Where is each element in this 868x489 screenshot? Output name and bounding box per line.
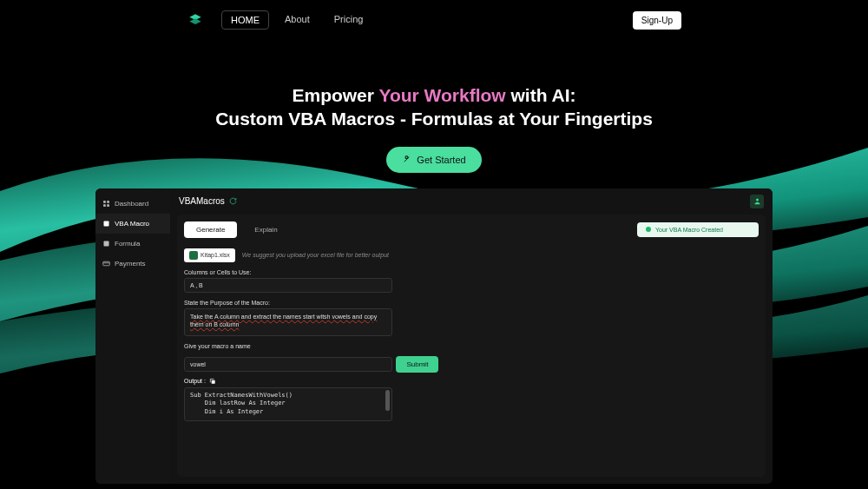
- svg-rect-0: [103, 201, 106, 203]
- nav-home[interactable]: HOME: [221, 10, 269, 30]
- svg-rect-4: [104, 221, 109, 226]
- output-code-box[interactable]: Sub ExtractNamesWithVowels() Dim lastRow…: [184, 387, 392, 421]
- svg-rect-1: [107, 201, 109, 203]
- svg-rect-5: [104, 241, 109, 246]
- user-icon: [753, 197, 761, 205]
- formula-icon: [102, 240, 110, 248]
- sidebar-item-label: Dashboard: [115, 200, 148, 208]
- get-started-button[interactable]: Get Started: [386, 147, 481, 173]
- purpose-label: State the Purpose of the Macro:: [184, 300, 759, 306]
- signup-button[interactable]: Sign-Up: [633, 11, 681, 30]
- user-avatar[interactable]: [750, 195, 764, 208]
- success-toast: Your VBA Macro Created: [637, 222, 759, 237]
- sidebar-item-label: Formula: [115, 240, 140, 248]
- tab-generate[interactable]: Generate: [184, 221, 237, 238]
- submit-button[interactable]: Submit: [396, 356, 438, 373]
- svg-rect-9: [212, 380, 215, 383]
- hero: Empower Your Workflow with AI: Custom VB…: [0, 40, 868, 173]
- sidebar-item-payments[interactable]: Payments: [95, 254, 170, 274]
- svg-rect-3: [107, 204, 109, 207]
- nav-pricing[interactable]: Pricing: [326, 10, 372, 30]
- main-content: VBAMacros Generate Explain Your VBA Macr…: [170, 188, 773, 484]
- sidebar-item-label: VBA Macro: [115, 220, 149, 228]
- columns-input[interactable]: [184, 278, 392, 293]
- sidebar-item-dashboard[interactable]: Dashboard: [95, 194, 170, 214]
- name-input[interactable]: [184, 357, 392, 372]
- tab-explain[interactable]: Explain: [242, 221, 289, 238]
- dashboard-icon: [102, 200, 110, 208]
- scrollbar[interactable]: [385, 390, 390, 411]
- uploaded-file-chip[interactable]: Kitap1.xlsx: [184, 248, 235, 262]
- nav-about[interactable]: About: [276, 10, 319, 30]
- sidebar-item-vba-macro[interactable]: VBA Macro: [95, 214, 170, 234]
- sidebar-item-label: Payments: [115, 260, 146, 268]
- refresh-icon[interactable]: [229, 197, 237, 205]
- columns-label: Columns or Cells to Use:: [184, 269, 759, 275]
- sidebar-item-formula[interactable]: Formula: [95, 234, 170, 254]
- svg-point-8: [756, 199, 759, 202]
- upload-hint: We suggest you upload your excel file fo…: [242, 252, 389, 258]
- payments-icon: [102, 260, 110, 268]
- check-icon: [646, 227, 651, 232]
- page-title: VBAMacros: [179, 196, 237, 206]
- excel-icon: [189, 251, 198, 260]
- app-panel: Dashboard VBA Macro Formula Payments VBA…: [95, 188, 773, 484]
- magic-wand-icon: [402, 155, 411, 164]
- copy-icon[interactable]: [209, 378, 216, 385]
- macro-icon: [102, 220, 110, 228]
- svg-rect-6: [103, 261, 110, 266]
- top-nav: HOME About Pricing Sign-Up: [0, 0, 868, 40]
- output-label: Output :: [184, 378, 759, 385]
- purpose-input[interactable]: Take the A column and extract the names …: [184, 308, 392, 336]
- sidebar: Dashboard VBA Macro Formula Payments: [95, 188, 170, 484]
- svg-rect-2: [103, 204, 106, 207]
- hero-heading: Empower Your Workflow with AI: Custom VB…: [0, 83, 868, 131]
- brand-logo-icon: [187, 11, 204, 29]
- name-label: Give your macro a name: [184, 343, 759, 349]
